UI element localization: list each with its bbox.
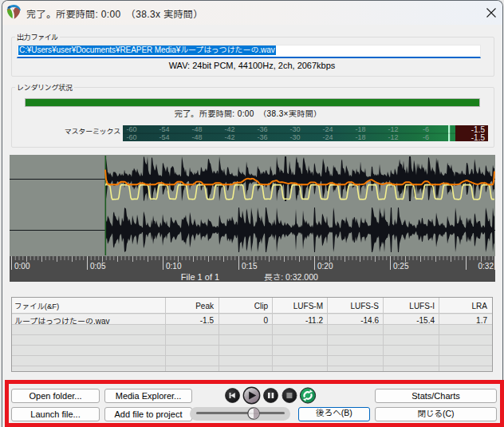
svg-text:-12: -12 [388, 133, 398, 141]
svg-text:-6: -6 [423, 133, 429, 141]
svg-text:-36: -36 [257, 133, 267, 141]
svg-text:-42: -42 [224, 133, 234, 141]
svg-text:-24: -24 [322, 125, 333, 133]
svg-text:0:20: 0:20 [317, 262, 333, 271]
svg-text:-36: -36 [257, 125, 267, 133]
svg-text:0:25: 0:25 [393, 262, 409, 271]
svg-text:-42: -42 [224, 125, 234, 133]
svg-text:-48: -48 [191, 125, 202, 133]
svg-text:-1.5: -1.5 [471, 133, 486, 141]
svg-text:-30: -30 [289, 133, 300, 141]
svg-text:-54: -54 [159, 133, 169, 141]
svg-text:-12: -12 [388, 125, 398, 133]
svg-text:-18: -18 [355, 125, 365, 133]
svg-text:0:05: 0:05 [90, 262, 106, 271]
svg-text:-30: -30 [289, 125, 300, 133]
svg-text:-18: -18 [355, 133, 365, 141]
svg-text:-24: -24 [322, 133, 333, 141]
svg-text:-48: -48 [191, 133, 202, 141]
svg-text:-60: -60 [126, 133, 136, 141]
svg-text:0:10: 0:10 [166, 262, 182, 271]
svg-text:-54: -54 [159, 125, 169, 133]
svg-text:-60: -60 [126, 125, 136, 133]
svg-text:0:15: 0:15 [242, 262, 258, 271]
svg-text:0:32: 0:32 [478, 262, 494, 271]
svg-text:-6: -6 [423, 125, 429, 133]
svg-text:0:00: 0:00 [14, 262, 30, 271]
